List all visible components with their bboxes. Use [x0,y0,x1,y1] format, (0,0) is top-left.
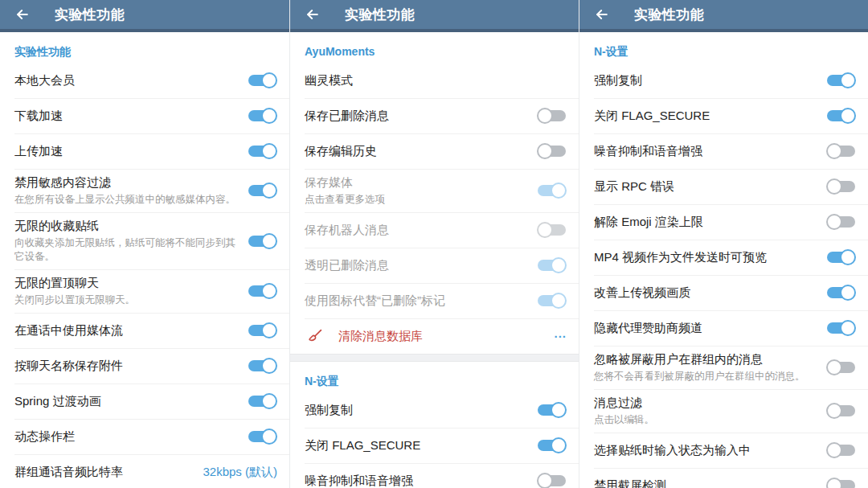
toggle-switch-off[interactable] [826,143,856,159]
row-title: 关闭 FLAG_SECURE [594,108,818,124]
settings-row[interactable]: 禁用截屏检测 [579,468,868,488]
app-bar: 实验性功能 [0,0,289,32]
toggle-switch-off[interactable] [826,442,856,458]
settings-row[interactable]: 上传加速 [0,133,289,169]
toggle-knob [551,182,567,199]
toggle-switch-on[interactable] [537,257,567,273]
toggle-switch-on[interactable] [248,283,277,299]
row-subtitle: 在您所有设备上显示公共频道中的敏感媒体内容。 [14,193,240,207]
row-title: 下载加速 [14,108,240,124]
settings-row[interactable]: 显示 RPC 错误 [579,169,868,204]
settings-row[interactable]: 群组通话音频比特率32kbps (默认) [0,454,289,488]
row-texts: 禁用截屏检测 [594,472,826,488]
settings-row[interactable]: 解除 Emoji 渲染上限 [579,204,868,240]
settings-row[interactable]: 噪音抑制和语音增强 [579,133,868,169]
toggle-switch-off[interactable] [537,473,567,488]
row-title: MP4 视频作为文件发送时可预览 [594,249,818,265]
back-arrow-icon[interactable] [592,5,612,24]
settings-row[interactable]: 本地大会员 [0,63,289,98]
toggle-switch-on[interactable] [248,233,277,249]
row-value[interactable]: 32kbps (默认) [203,465,277,480]
row-title: 显示 RPC 错误 [594,178,818,195]
settings-row[interactable]: 下载加速 [0,98,289,133]
toggle-switch-on[interactable] [537,182,567,199]
toggle-switch-off[interactable] [826,214,856,230]
settings-row[interactable]: 在通话中使用媒体流 [0,313,289,348]
toggle-switch-on[interactable] [248,72,277,88]
toggle-switch-on[interactable] [248,143,277,159]
toggle-switch-on[interactable] [826,320,856,336]
toggle-switch-on[interactable] [248,358,277,374]
toggle-knob [261,283,277,299]
toggle-switch-on[interactable] [826,108,856,124]
toggle-switch-off[interactable] [826,178,856,195]
settings-row[interactable]: 禁用敏感内容过滤在您所有设备上显示公共频道中的敏感媒体内容。 [0,169,289,212]
settings-row[interactable]: 幽灵模式 [290,63,579,98]
settings-row[interactable]: 强制复制 [290,392,579,428]
back-arrow-icon[interactable] [303,5,322,24]
ellipsis-icon: ... [554,330,567,342]
row-texts: 下载加速 [14,102,248,129]
row-texts: 强制复制 [594,67,826,94]
toggle-switch-off[interactable] [826,359,856,375]
toggle-switch-on[interactable] [248,322,277,338]
toggle-switch-off[interactable] [537,143,567,159]
experimental-settings-screens: 实验性功能实验性功能本地大会员下载加速上传加速禁用敏感内容过滤在您所有设备上显示… [0,0,868,488]
settings-row[interactable]: MP4 视频作为文件发送时可预览 [579,240,868,275]
broom-icon [305,326,324,346]
toggle-switch-on[interactable] [248,108,277,124]
settings-row[interactable]: 保存媒体点击查看更多选项 [290,169,579,212]
row-title: 群组通话音频比特率 [14,464,194,480]
row-texts: 使用图标代替“已删除”标记 [305,287,537,314]
row-texts: 关闭 FLAG_SECURE [594,102,826,129]
settings-row[interactable]: 无限的置顶聊天关闭同步以置顶无限聊天。 [0,269,289,313]
settings-row[interactable]: 保存机器人消息 [290,212,579,248]
settings-row[interactable]: 隐藏代理赞助商频道 [579,310,868,346]
row-texts: 清除消息数据库 [324,322,554,350]
settings-row[interactable]: 无限的收藏贴纸向收藏夹添加无限贴纸，贴纸可能将不能同步到其它设备。 [0,212,289,269]
row-texts: 关闭 FLAG_SECURE [305,432,537,459]
row-title: 动态操作栏 [14,429,240,445]
toggle-switch-on[interactable] [248,182,277,199]
row-texts: 噪音抑制和语音增强 [594,137,826,165]
row-texts: 消息过滤点击以编辑。 [594,389,826,433]
toggle-switch-on[interactable] [537,437,567,453]
settings-row[interactable]: 消息过滤点击以编辑。 [579,389,868,433]
toggle-knob [551,402,567,418]
row-subtitle: 关闭同步以置顶无限聊天。 [14,293,240,307]
settings-row[interactable]: 保存编辑历史 [290,133,579,169]
page-title: 实验性功能 [55,6,125,24]
toggle-switch-off[interactable] [826,478,856,488]
settings-row[interactable]: 透明已删除消息 [290,248,579,283]
settings-row[interactable]: 关闭 FLAG_SECURE [579,98,868,133]
row-title: 无限的置顶聊天 [14,275,240,291]
toggle-switch-on[interactable] [826,249,856,265]
settings-row[interactable]: 忽略被屏蔽用户在群组内的消息您将不会再看到被屏蔽的用户在群组中的消息。 [579,346,868,389]
settings-row[interactable]: 保存已删除消息 [290,98,579,133]
settings-row[interactable]: 噪音抑制和语音增强 [290,463,579,488]
toggle-knob [261,143,277,159]
settings-row[interactable]: 按聊天名称保存附件 [0,348,289,383]
settings-row[interactable]: 使用图标代替“已删除”标记 [290,283,579,318]
toggle-switch-off[interactable] [537,108,567,124]
row-texts: 保存已删除消息 [305,102,537,129]
toggle-switch-on[interactable] [537,293,567,309]
toggle-switch-on[interactable] [248,393,277,409]
settings-row[interactable]: 强制复制 [579,63,868,98]
toggle-switch-off[interactable] [826,403,856,419]
settings-row[interactable]: 动态操作栏 [0,419,289,454]
settings-row[interactable]: 选择贴纸时输入状态为输入中 [579,433,868,468]
settings-row[interactable]: 关闭 FLAG_SECURE [290,428,579,463]
toggle-knob [261,429,277,445]
toggle-switch-off[interactable] [537,222,567,238]
row-texts: 保存编辑历史 [305,137,537,165]
toggle-switch-on[interactable] [537,402,567,418]
toggle-switch-on[interactable] [826,72,856,88]
settings-row[interactable]: Spring 过渡动画 [0,383,289,419]
toggle-switch-on[interactable] [826,285,856,301]
back-arrow-icon[interactable] [13,5,32,24]
toggle-knob [261,233,277,249]
toggle-switch-on[interactable] [248,429,277,445]
settings-row[interactable]: 清除消息数据库... [290,318,579,354]
settings-row[interactable]: 改善上传视频画质 [579,275,868,310]
